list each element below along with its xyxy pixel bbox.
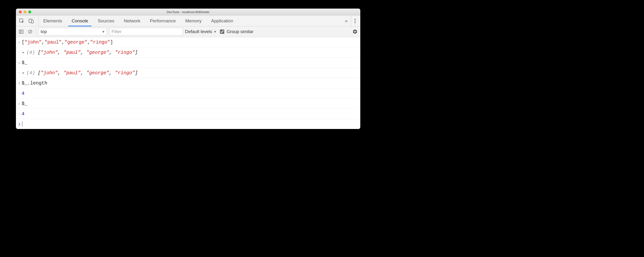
zoom-window-button[interactable] (28, 11, 31, 13)
more-tabs-button[interactable]: » (342, 18, 351, 24)
token: , (42, 40, 44, 45)
execution-context-select[interactable]: top ▼ (38, 28, 107, 36)
prompt-icon (17, 61, 22, 65)
dropdown-icon: ▼ (102, 30, 105, 34)
clear-console-icon[interactable] (27, 28, 34, 35)
kebab-menu-icon[interactable] (353, 17, 358, 25)
tab-network[interactable]: Network (119, 16, 145, 26)
token: "john" (41, 70, 58, 76)
tab-memory[interactable]: Memory (180, 16, 206, 26)
prompt-icon (17, 101, 22, 106)
window-controls (16, 11, 31, 13)
group-similar-toggle[interactable]: Group similar (219, 29, 254, 35)
log-levels-label: Default levels (185, 29, 212, 34)
expand-icon[interactable] (22, 51, 26, 54)
token: ] (135, 70, 138, 76)
console-result-text: (4) ["john", "paul", "george", "ringo"] (22, 50, 138, 55)
token: , (80, 70, 86, 76)
result-icon (17, 71, 22, 75)
panel-tabs: ElementsConsoleSourcesNetworkPerformance… (38, 16, 342, 26)
token: [ (38, 50, 41, 55)
token: "john" (41, 50, 58, 55)
token: , (62, 40, 64, 45)
console-filter-input[interactable] (110, 28, 183, 36)
tab-console[interactable]: Console (67, 16, 93, 26)
token: "george" (86, 70, 109, 76)
tab-sources[interactable]: Sources (93, 16, 119, 26)
console-result-text: (4) ["john", "paul", "george", "ringo"] (22, 70, 138, 76)
log-levels-select[interactable]: Default levels ▼ (185, 29, 217, 34)
tab-application[interactable]: Application (206, 16, 238, 26)
toolbar-separator (36, 29, 36, 35)
console-row: (4) ["john", "paul", "george", "ringo"] (16, 47, 360, 58)
console-input-line[interactable] (22, 121, 22, 127)
titlebar: DevTools - localhost:8080/web/ (16, 9, 360, 16)
group-similar-label: Group similar (227, 29, 254, 34)
console-result-text: 4 (22, 111, 24, 117)
token: , (80, 50, 86, 55)
result-icon (17, 91, 22, 95)
token: ] (135, 50, 138, 55)
token: "george" (86, 50, 109, 55)
token: "george" (64, 40, 87, 45)
tabbar-right (351, 16, 359, 26)
console-row: ["john","paul","george","ringo"] (16, 37, 360, 47)
token: , (109, 70, 115, 76)
dropdown-icon: ▼ (214, 30, 217, 34)
window-title: DevTools - localhost:8080/web/ (16, 10, 360, 14)
device-toolbar-icon[interactable] (27, 17, 36, 25)
console-row: 4 (16, 109, 360, 119)
text-cursor (22, 121, 22, 127)
tab-performance[interactable]: Performance (145, 16, 180, 26)
console-input-text: $_ (22, 60, 27, 66)
prompt-icon (17, 122, 22, 126)
minimize-window-button[interactable] (24, 11, 26, 13)
token: "paul" (64, 70, 80, 76)
svg-rect-2 (32, 20, 33, 23)
token: "ringo" (115, 50, 135, 55)
toggle-console-sidebar-icon[interactable] (18, 28, 24, 35)
console-input-text: $_.length (22, 80, 47, 86)
console-input-text: ["john","paul","george","ringo"] (22, 40, 113, 45)
console-input-text: $_ (22, 101, 27, 106)
token: 4 (22, 111, 24, 117)
console-settings-icon[interactable] (352, 28, 358, 35)
result-icon (17, 50, 22, 55)
prompt-icon (17, 81, 22, 85)
group-similar-checkbox[interactable] (220, 30, 224, 34)
token: [ (22, 40, 24, 45)
console-row: $_ (16, 58, 360, 68)
console-row (16, 119, 360, 129)
token: , (109, 50, 115, 55)
token: "john" (24, 40, 42, 45)
tab-elements[interactable]: Elements (38, 16, 67, 26)
prompt-icon (17, 40, 22, 44)
token: "ringo" (115, 70, 135, 76)
devtools-window: DevTools - localhost:8080/web/ ElementsC… (16, 9, 360, 129)
token: ] (110, 40, 113, 45)
svg-rect-3 (19, 30, 23, 33)
token: (4) (26, 50, 38, 55)
token: $_ (22, 60, 27, 66)
close-window-button[interactable] (19, 11, 22, 13)
console-row: $_.length (16, 78, 360, 88)
expand-icon[interactable] (22, 71, 26, 75)
devtools-tabbar: ElementsConsoleSourcesNetworkPerformance… (16, 16, 360, 27)
token: , (58, 70, 64, 76)
token: "paul" (64, 50, 80, 55)
token: $_ (22, 101, 27, 106)
token: , (58, 50, 64, 55)
console-result-text: 4 (22, 91, 24, 96)
token: [ (38, 70, 41, 76)
inspect-element-icon[interactable] (17, 17, 26, 25)
token: "ringo" (90, 40, 110, 45)
inspect-tools (17, 16, 38, 26)
result-icon (17, 112, 22, 116)
token: $_.length (22, 80, 47, 86)
console-row: $_ (16, 99, 360, 109)
svg-marker-5 (22, 31, 22, 32)
console-output[interactable]: ["john","paul","george","ringo"](4) ["jo… (16, 37, 360, 129)
token: 4 (22, 91, 24, 96)
token: , (87, 40, 90, 45)
console-row: 4 (16, 88, 360, 99)
